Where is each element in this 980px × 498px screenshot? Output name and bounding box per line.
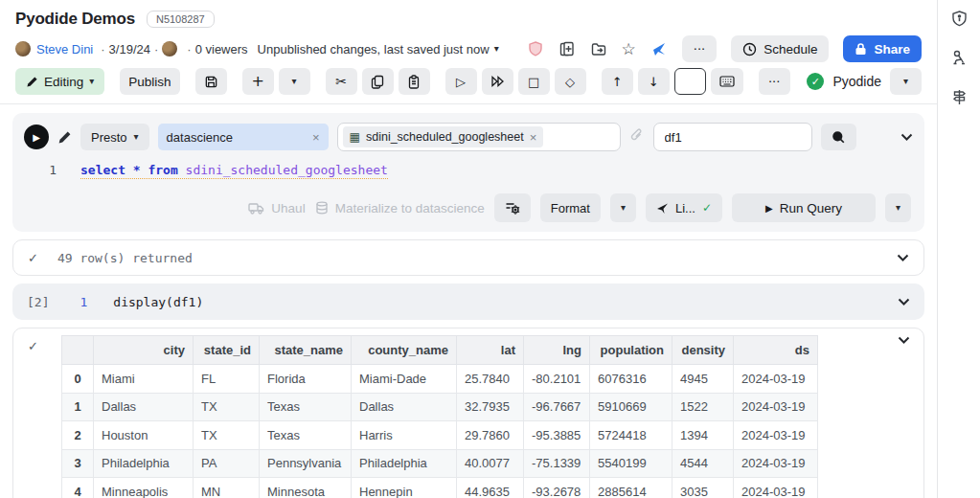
save-status-text: Unpublished changes, last saved just now <box>258 42 490 57</box>
browse-data-button[interactable] <box>821 124 856 150</box>
focus-cell-button[interactable] <box>674 68 706 95</box>
format-dropdown[interactable]: ▾ <box>610 193 636 222</box>
collapse-python-cell-chevron[interactable] <box>898 298 910 306</box>
kernel-dropdown[interactable]: ▾ <box>890 68 922 95</box>
table-cell: -96.7667 <box>524 393 590 421</box>
add-cell-dropdown[interactable]: ▾ <box>279 68 310 95</box>
publish-button[interactable]: Publish <box>120 68 179 95</box>
duplicate-icon[interactable] <box>558 40 576 57</box>
run-all-button[interactable] <box>482 68 513 95</box>
table-cell: 2024-03-19 <box>734 365 818 394</box>
table-row: 3PhiladelphiaPAPennsylvaniaPhiladelphia4… <box>62 449 818 478</box>
close-icon[interactable]: × <box>312 130 320 145</box>
move-cell-up-button[interactable]: ↑ <box>602 68 633 95</box>
clear-outputs-button[interactable]: ◇ <box>555 68 586 95</box>
signpost-icon[interactable] <box>950 88 969 110</box>
run-query-button[interactable]: ▶ Run Query <box>732 193 876 222</box>
shield-alert-icon[interactable] <box>950 10 969 32</box>
keyboard-shortcuts-button[interactable] <box>711 68 743 95</box>
column-header[interactable]: state_name <box>260 336 352 365</box>
star-icon[interactable]: ☆ <box>622 41 636 57</box>
copy-button[interactable] <box>362 68 394 95</box>
caret-down-icon: ▾ <box>89 77 94 86</box>
table-cell: Miami <box>94 365 194 394</box>
move-cell-down-button[interactable]: ↓ <box>638 68 670 95</box>
notebook-toolbar: Editing ▾ Publish + ▾ ✂ <box>0 61 937 104</box>
limit-button[interactable]: Li... ✓ <box>646 193 722 222</box>
close-icon[interactable]: × <box>530 130 537 145</box>
materialize-button[interactable]: Materialize to datascience <box>315 201 485 215</box>
save-button[interactable] <box>195 68 227 95</box>
separator-dot: · <box>187 42 191 57</box>
table-cell: Pennsylvania <box>260 449 352 478</box>
caret-down-icon: ▾ <box>134 132 139 142</box>
collapse-sql-cell-chevron[interactable] <box>900 133 913 141</box>
graph-view-icon[interactable] <box>950 49 969 71</box>
table-chip[interactable]: ▦ sdini_scheduled_googlesheet × <box>343 126 544 147</box>
column-header[interactable]: density <box>672 336 734 365</box>
table-cell: -95.3885 <box>524 421 590 450</box>
table-cell: Hennepin <box>352 478 457 498</box>
save-status-dropdown[interactable]: Unpublished changes, last saved just now… <box>258 42 499 57</box>
table-cell: 4945 <box>672 365 734 394</box>
table-row: 2HoustonTXTexasHarris29.7860-95.38855724… <box>62 421 818 450</box>
share-button[interactable]: Share <box>843 35 922 62</box>
table-row: 0MiamiFLFloridaMiami-Dade25.7840-80.2101… <box>62 365 818 394</box>
page-title: Pyodide Demos <box>15 10 135 29</box>
cut-button[interactable]: ✂ <box>326 68 357 95</box>
format-button[interactable]: Format <box>540 193 601 222</box>
share-label: Share <box>874 42 910 57</box>
kernel-name: Pyodide <box>832 74 881 89</box>
column-header[interactable]: ds <box>734 336 818 365</box>
stop-button[interactable]: □ <box>518 68 550 95</box>
dataframe-name-input[interactable] <box>653 123 812 151</box>
row-index-cell: 3 <box>62 449 94 478</box>
editing-mode-button[interactable]: Editing ▾ <box>15 68 104 95</box>
more-actions-button[interactable]: ··· <box>682 35 717 62</box>
table-cell: 40.0077 <box>457 449 524 478</box>
caret-down-icon: ▾ <box>896 203 900 213</box>
ellipsis-icon: ··· <box>768 76 780 88</box>
row-index-cell: 1 <box>62 393 94 421</box>
main-column: Pyodide Demos N5108287 Steve Dini · 3/19… <box>0 0 937 498</box>
data-source-chip[interactable]: datascience × <box>158 124 329 150</box>
move-to-folder-icon[interactable] <box>590 40 607 57</box>
python-code[interactable]: display(df1) <box>113 295 203 309</box>
table-cell: 1394 <box>672 421 734 450</box>
shield-icon[interactable] <box>527 40 544 57</box>
table-cell: 1522 <box>672 393 734 421</box>
app-preview-icon[interactable] <box>650 40 668 57</box>
query-settings-button[interactable] <box>494 193 531 222</box>
column-header[interactable]: lng <box>524 336 590 365</box>
run-query-dropdown[interactable]: ▾ <box>885 193 911 222</box>
column-header[interactable] <box>62 336 94 365</box>
table-cell: 2885614 <box>590 478 672 498</box>
author-avatar <box>15 41 31 57</box>
paste-button[interactable] <box>399 68 430 95</box>
paperclip-icon[interactable] <box>629 127 645 147</box>
column-header[interactable]: lat <box>457 336 524 365</box>
table-cell: PA <box>194 449 260 478</box>
sql-engine-dropdown[interactable]: Presto ▾ <box>80 124 149 150</box>
table-reference-input[interactable]: ▦ sdini_scheduled_googlesheet × <box>337 123 621 151</box>
collapse-results-chevron[interactable] <box>898 336 910 344</box>
toolbar-more-button[interactable]: ··· <box>759 68 790 95</box>
stop-icon: □ <box>528 76 539 88</box>
python-line-number: 1 <box>80 295 87 309</box>
author-link[interactable]: Steve Dini <box>36 42 93 57</box>
uhaul-button[interactable]: Uhaul <box>248 201 305 215</box>
run-cell-button[interactable]: ▷ <box>445 68 477 95</box>
add-cell-button[interactable]: + <box>242 68 274 95</box>
column-header[interactable]: county_name <box>352 336 457 365</box>
schedule-button[interactable]: Schedule <box>731 35 829 62</box>
check-icon: ✓ <box>702 201 712 215</box>
column-header[interactable]: state_id <box>194 336 260 365</box>
collapse-status-chevron[interactable] <box>897 254 909 261</box>
column-header[interactable]: city <box>94 336 194 365</box>
column-header[interactable]: population <box>590 336 672 365</box>
sql-editor[interactable]: 1 select * from sdini_scheduled_googlesh… <box>24 153 913 192</box>
row-index-cell: 0 <box>62 365 94 394</box>
execution-count: [2] <box>27 295 49 309</box>
run-sql-cell-button[interactable]: ▶ <box>24 124 49 149</box>
edit-cell-button[interactable] <box>57 130 72 145</box>
